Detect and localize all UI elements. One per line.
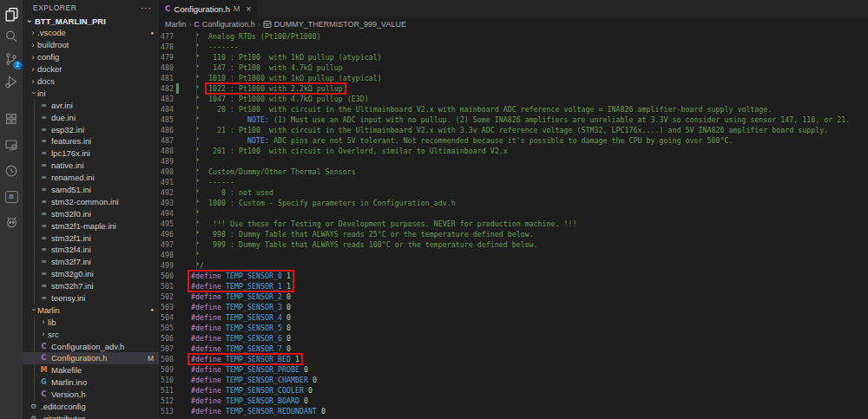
run-debug-icon[interactable] xyxy=(0,73,23,90)
code-line-505[interactable]: 505#define TEMP_SENSOR_5 0 xyxy=(159,323,868,333)
code-line-507[interactable]: 507#define TEMP_SENSOR_7 0 xyxy=(159,344,868,354)
tree-item-stm32-common-ini[interactable]: ≡stm32-common.ini xyxy=(23,195,159,207)
tree-item-config[interactable]: ›config xyxy=(23,51,159,63)
breadcrumb-file[interactable]: Configuration.h xyxy=(202,20,255,29)
test-clock-icon[interactable] xyxy=(0,162,23,180)
line-number: 493 xyxy=(159,198,174,208)
code-line-509[interactable]: 509#define TEMP_SENSOR_PROBE 0 xyxy=(159,364,868,375)
code-line-493[interactable]: 493 * 1000 : Custom - Specify parameters… xyxy=(159,198,868,208)
tree-item-configuration-h[interactable]: CConfiguration.hM xyxy=(23,352,159,364)
code-line-477[interactable]: 477 * Analog RTDs (Pt100/Pt1000) xyxy=(159,31,868,42)
code-line-490[interactable]: 490 * Custom/Dummy/Other Thermal Sensors xyxy=(159,167,868,177)
tree-item-due-ini[interactable]: ≡due.ini xyxy=(23,111,159,123)
breadcrumb: Marlin › C Configuration.h › DUMMY_THERM… xyxy=(159,17,868,31)
code-line-511[interactable]: 511#define TEMP_SENSOR_COOLER 0 xyxy=(159,385,868,396)
workspace-root-header[interactable]: › BTT_MARLIN_PRI xyxy=(23,16,159,27)
code-line-502[interactable]: 502#define TEMP_SENSOR_2 0 xyxy=(159,291,868,302)
tree-item-label: stm32f7.ini xyxy=(51,257,91,266)
tree-item--vscode[interactable]: ›.vscode● xyxy=(23,27,159,39)
tree-item-src[interactable]: ›src xyxy=(23,328,159,340)
tree-item-lib[interactable]: ›lib xyxy=(23,316,159,328)
extensions-icon[interactable] xyxy=(0,110,23,128)
code-line-478[interactable]: 478 * ------- xyxy=(159,42,868,52)
code-line-500[interactable]: 500#define TEMP_SENSOR_0 1 xyxy=(159,271,868,281)
tree-item-stm32f0-ini[interactable]: ≡stm32f0.ini xyxy=(23,207,159,219)
breadcrumb-folder[interactable]: Marlin xyxy=(165,20,187,29)
code-line-495[interactable]: 495 * !!! Use these for Testing or Devel… xyxy=(159,219,868,229)
code-line-494[interactable]: 494 * xyxy=(159,208,868,219)
code-line-486[interactable]: 486 * 21 : Pt100 with circuit in the Ult… xyxy=(159,125,868,135)
code-line-510[interactable]: 510#define TEMP_SENSOR_CHAMBER 0 xyxy=(159,375,868,385)
line-number: 512 xyxy=(159,396,174,406)
line-number: 482 xyxy=(159,83,174,94)
tree-item-teensy-ini[interactable]: ≡teensy.ini xyxy=(23,292,159,304)
tree-item-makefile[interactable]: MMakefile xyxy=(23,364,159,376)
tree-item-configuration-adv-h[interactable]: CConfiguration_adv.h xyxy=(23,340,159,352)
tree-item-esp32-ini[interactable]: ≡esp32.ini xyxy=(23,123,159,135)
code-line-481[interactable]: 481 * 1010 : Pt1000 with 1kΩ pullup (aty… xyxy=(159,73,868,83)
tree-item-docker[interactable]: ›docker xyxy=(23,63,159,75)
explorer-icon[interactable] xyxy=(0,5,23,23)
explorer-more-actions-icon[interactable]: ··· xyxy=(141,3,152,13)
tree-item-version-h[interactable]: CVersion.h xyxy=(23,389,159,401)
platformio-icon[interactable] xyxy=(0,213,23,230)
tree-item--gitattributes[interactable]: ⚙.gitattributes xyxy=(23,413,159,419)
close-icon[interactable]: × xyxy=(247,4,252,14)
remote-explorer-icon[interactable] xyxy=(0,136,23,154)
code-line-501[interactable]: 501#define TEMP_SENSOR_1 1 xyxy=(159,281,868,291)
tree-item-native-ini[interactable]: ≡native.ini xyxy=(23,160,159,172)
tree-item-stm32f7-ini[interactable]: ≡stm32f7.ini xyxy=(23,256,159,268)
code-line-508[interactable]: 508#define TEMP_SENSOR_BED 1 xyxy=(159,354,868,364)
code-line-496[interactable]: 496 * 998 : Dummy Table that ALWAYS read… xyxy=(159,229,868,239)
git-modified-badge: M xyxy=(148,354,154,363)
breadcrumb-symbol[interactable]: DUMMY_THERMISTOR_999_VALUE xyxy=(274,20,406,29)
source-control-icon[interactable]: 2 xyxy=(0,50,23,68)
tree-item-stm32h7-ini[interactable]: ≡stm32h7.ini xyxy=(23,280,159,292)
tree-item-features-ini[interactable]: ≡features.ini xyxy=(23,135,159,147)
tree-item-marlin[interactable]: ›Marlin● xyxy=(23,304,159,316)
code-line-484[interactable]: 484 * 20 : Pt100 with circuit in the Ult… xyxy=(159,104,868,115)
tree-item-lpc176x-ini[interactable]: ≡lpc176x.ini xyxy=(23,147,159,160)
code-line-491[interactable]: 491 * ------ xyxy=(159,177,868,187)
code-line-499[interactable]: 499 */ xyxy=(159,260,868,271)
code-line-482[interactable]: 482 * 1022 : Pt1000 with 2.2kΩ pullup xyxy=(159,83,868,94)
line-number: 513 xyxy=(159,406,174,416)
tree-indent-guide xyxy=(34,317,35,401)
tree-item-stm32g0-ini[interactable]: ≡stm32g0.ini xyxy=(23,268,159,280)
tree-item-samd51-ini[interactable]: ≡samd51.ini xyxy=(23,184,159,196)
tree-item-stm32f4-ini[interactable]: ≡stm32f4.ini xyxy=(23,244,159,256)
code-line-497[interactable]: 497 * 999 : Dummy Table that ALWAYS read… xyxy=(159,239,868,250)
code-line-480[interactable]: 480 * 147 : Pt100 with 4.7kΩ pullup xyxy=(159,62,868,73)
code-line-479[interactable]: 479 * 110 : Pt100 with 1kΩ pullup (atypi… xyxy=(159,52,868,62)
gutter xyxy=(176,52,179,62)
code-editor[interactable]: 477 * Analog RTDs (Pt100/Pt1000)478 * --… xyxy=(159,31,868,419)
tree-item-renamed-ini[interactable]: ≡renamed.ini xyxy=(23,172,159,184)
code-line-485[interactable]: 485 * NOTE: (1) Must use an ADC input wi… xyxy=(159,115,868,125)
code-line-489[interactable]: 489 * xyxy=(159,156,868,167)
tree-item-marlin-ino[interactable]: GMarlin.ino xyxy=(23,376,159,389)
code-line-506[interactable]: 506#define TEMP_SENSOR_6 0 xyxy=(159,333,868,344)
code-line-504[interactable]: 504#define TEMP_SENSOR_4 0 xyxy=(159,312,868,323)
code-line-488[interactable]: 488 * 201 : Pt100 with circuit in Overlo… xyxy=(159,146,868,156)
tab-configuration-h[interactable]: C Configuration.h M × xyxy=(159,0,258,17)
code-line-513[interactable]: 513#define TEMP_SENSOR_REDUNDANT 0 xyxy=(159,406,868,416)
tree-item-ini[interactable]: ›ini xyxy=(23,87,159,99)
gutter xyxy=(176,94,179,104)
tree-item-avr-ini[interactable]: ≡avr.ini xyxy=(23,99,159,111)
tree-item--editorconfig[interactable]: ⚙.editorconfig xyxy=(23,401,159,413)
line-number: 481 xyxy=(159,73,174,83)
tree-item-docs[interactable]: ›docs xyxy=(23,75,159,88)
indent-guide xyxy=(196,31,197,271)
tree-item-stm32f1-maple-ini[interactable]: ≡stm32f1-maple.ini xyxy=(23,219,159,232)
line-number: 480 xyxy=(159,62,174,73)
tree-item-buildroot[interactable]: ›buildroot xyxy=(23,39,159,51)
code-line-483[interactable]: 483 * 1047 : Pt1000 with 4.7kΩ pullup (E… xyxy=(159,94,868,104)
code-line-503[interactable]: 503#define TEMP_SENSOR_3 0 xyxy=(159,302,868,312)
search-icon[interactable] xyxy=(0,28,23,45)
code-line-492[interactable]: 492 * 0 : not used xyxy=(159,187,868,198)
tree-item-stm32f1-ini[interactable]: ≡stm32f1.ini xyxy=(23,232,159,244)
code-line-487[interactable]: 487 * NOTE: ADC pins are not 5V tolerant… xyxy=(159,135,868,146)
code-line-512[interactable]: 512#define TEMP_SENSOR_BOARD 0 xyxy=(159,396,868,406)
makefile-tools-icon[interactable]: m xyxy=(0,188,23,206)
code-line-498[interactable]: 498 * xyxy=(159,250,868,260)
